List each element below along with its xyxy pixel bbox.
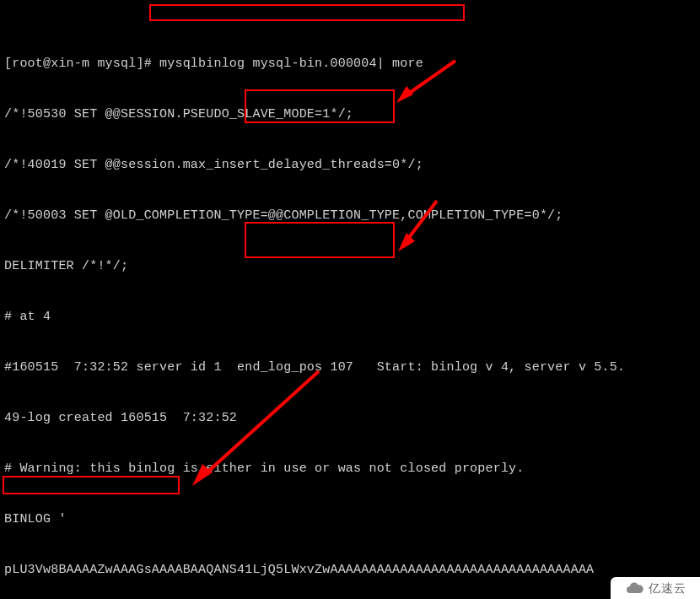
end-log-pos-value: end_log_pos 107 [237,360,353,375]
watermark-logo: 亿速云 [611,577,700,599]
output-line: DELIMITER /*!*/; [4,258,696,275]
output-line: BINLOG ' [4,511,696,528]
output-line: # Warning: this binlog is either in use … [4,461,696,478]
highlight-end-log-pos-188 [245,222,395,258]
svg-marker-1 [396,86,413,103]
output-line: /*!50530 SET @@SESSION.PSEUDO_SLAVE_MODE… [4,106,696,123]
arrow-to-188 [388,192,447,258]
output-line: pLU3Vw8BAAAAZwAAAGsAAAABAAQANS41LjQ5LWxv… [4,562,696,579]
cloud-icon [625,581,645,595]
output-line: /*!40019 SET @@session.max_insert_delaye… [4,157,696,174]
highlight-cmd-box [149,4,465,21]
output-line: #160515 7:32:52 server id 1 end_log_pos … [4,359,696,376]
svg-marker-3 [398,233,415,251]
output-line: # at 4 [4,309,696,326]
prompt-command: # mysqlbinlog mysql-bin.000004| more [144,57,423,71]
output-line: /*!50003 SET @OLD_COMPLETION_TYPE=@@COMP… [4,208,696,224]
terminal-window[interactable]: [root@xin-m mysql]# mysqlbinlog mysql-bi… [0,0,700,599]
prompt-user: [root@xin-m mysql] [4,57,144,71]
output-line: 49-log created 160515 7:32:52 [4,410,696,427]
prompt-line: [root@xin-m mysql]# mysqlbinlog mysql-bi… [4,56,696,73]
highlight-create-db-xin [3,476,180,494]
logo-text: 亿速云 [649,580,687,596]
